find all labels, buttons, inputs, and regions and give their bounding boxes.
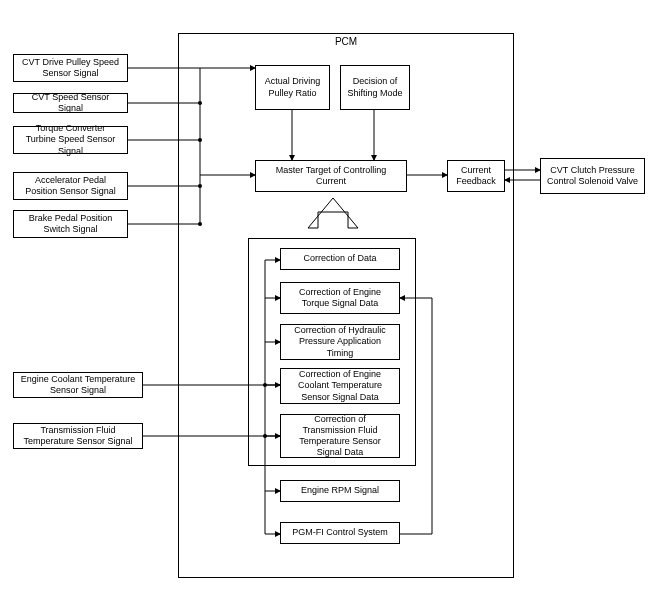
- correction-torque: Correction of Engine Torque Signal Data: [280, 282, 400, 314]
- label: PGM-FI Control System: [292, 527, 388, 538]
- diagram-canvas: PCM CVT Drive Pulley Speed Sensor Signal…: [0, 0, 658, 605]
- pgm-fi-control: PGM-FI Control System: [280, 522, 400, 544]
- label: Master Target of Controlling Current: [262, 165, 400, 188]
- input-brake: Brake Pedal Position Switch Signal: [13, 210, 128, 238]
- label: Brake Pedal Position Switch Signal: [20, 213, 121, 236]
- label: Correction of Transmission Fluid Tempera…: [287, 414, 393, 459]
- input-cvt-drive-pulley: CVT Drive Pulley Speed Sensor Signal: [13, 54, 128, 82]
- correction-coolant: Correction of Engine Coolant Temperature…: [280, 368, 400, 404]
- pcm-label: PCM: [178, 36, 514, 47]
- correction-data: Correction of Data: [280, 248, 400, 270]
- actual-driving-ratio: Actual Driving Pulley Ratio: [255, 65, 330, 110]
- decision-shifting-mode: Decision of Shifting Mode: [340, 65, 410, 110]
- label: Decision of Shifting Mode: [347, 76, 403, 99]
- label: Actual Driving Pulley Ratio: [262, 76, 323, 99]
- label: Accelerator Pedal Position Sensor Signal: [20, 175, 121, 198]
- master-target: Master Target of Controlling Current: [255, 160, 407, 192]
- correction-trans-fluid: Correction of Transmission Fluid Tempera…: [280, 414, 400, 458]
- label: CVT Clutch Pressure Control Solenoid Val…: [547, 165, 638, 188]
- input-trans-fluid: Transmission Fluid Temperature Sensor Si…: [13, 423, 143, 449]
- label: Correction of Engine Coolant Temperature…: [287, 369, 393, 403]
- label: CVT Speed Sensor Signal: [20, 92, 121, 115]
- label: Current Feedback: [454, 165, 498, 188]
- label: Transmission Fluid Temperature Sensor Si…: [20, 425, 136, 448]
- label: Correction of Engine Torque Signal Data: [287, 287, 393, 310]
- input-engine-coolant: Engine Coolant Temperature Sensor Signal: [13, 372, 143, 398]
- input-torque-converter: Torque Converter Turbine Speed Sensor Si…: [13, 126, 128, 154]
- engine-rpm-signal: Engine RPM Signal: [280, 480, 400, 502]
- label: Correction of Hydraulic Pressure Applica…: [287, 325, 393, 359]
- label: Correction of Data: [303, 253, 376, 264]
- input-accelerator: Accelerator Pedal Position Sensor Signal: [13, 172, 128, 200]
- cvt-clutch-valve: CVT Clutch Pressure Control Solenoid Val…: [540, 158, 645, 194]
- label: Torque Converter Turbine Speed Sensor Si…: [20, 123, 121, 157]
- input-cvt-speed: CVT Speed Sensor Signal: [13, 93, 128, 113]
- label: Engine Coolant Temperature Sensor Signal: [20, 374, 136, 397]
- current-feedback: Current Feedback: [447, 160, 505, 192]
- correction-hydraulic: Correction of Hydraulic Pressure Applica…: [280, 324, 400, 360]
- label: Engine RPM Signal: [301, 485, 379, 496]
- label: CVT Drive Pulley Speed Sensor Signal: [20, 57, 121, 80]
